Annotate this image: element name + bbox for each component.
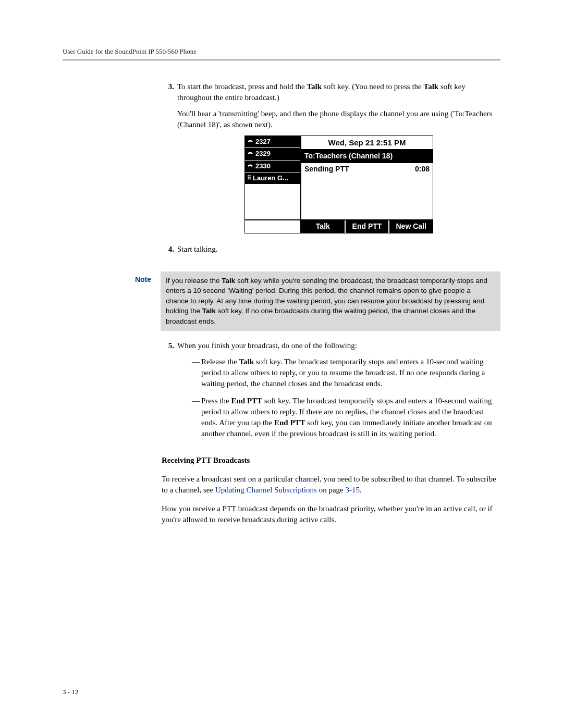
softkey-end-ptt: End PTT: [346, 220, 390, 233]
text: soft key. (You need to press the: [322, 82, 423, 91]
step-body: Start talking.: [177, 244, 500, 260]
softkey-bar: Talk End PTT New Call: [245, 219, 433, 233]
text: .: [360, 486, 362, 494]
paragraph: To receive a broadcast sent on a particu…: [162, 474, 500, 496]
text: on page: [317, 486, 346, 494]
line-key: ⠿ Lauren G...: [245, 172, 300, 184]
phone-to-line: To:Teachers (Channel 18): [301, 150, 433, 163]
phone-screenshot: 2327 2329 2330 ⠿: [244, 135, 433, 233]
sending-label: Sending PTT: [304, 164, 349, 175]
step-number: 3.: [162, 81, 174, 239]
softkey-talk: Talk: [301, 220, 346, 233]
step-body: When you finish your broadcast, do one o…: [177, 340, 500, 446]
note-block: Note If you release the Talk soft key wh…: [63, 272, 500, 331]
note-label: Note: [63, 272, 151, 331]
running-header: User Guide for the SoundPoint IP 550/560…: [63, 47, 500, 56]
step-4: 4. Start talking.: [162, 244, 500, 260]
line-label: 2330: [255, 162, 271, 171]
end-ptt-keyword: End PTT: [231, 397, 263, 405]
step-body: To start the broadcast, press and hold t…: [177, 81, 500, 239]
phone-icon: [247, 164, 253, 169]
text: Start talking.: [177, 244, 500, 255]
text: To start the broadcast, press and hold t…: [177, 82, 307, 91]
line-key: 2330: [245, 161, 300, 172]
line-label: 2329: [255, 149, 271, 158]
phone-datetime: Wed, Sep 21 2:51 PM: [301, 136, 433, 150]
text: Press the: [201, 397, 231, 405]
softkey-new-call: New Call: [389, 220, 433, 233]
grid-icon: ⠿: [247, 174, 251, 182]
phone-status-line: Sending PTT 0:08: [301, 163, 433, 176]
talk-keyword: Talk: [307, 82, 322, 91]
talk-keyword: Talk: [239, 357, 254, 366]
note-body: If you release the Talk soft key while y…: [161, 272, 500, 331]
talk-keyword: Talk: [222, 277, 235, 285]
step-5: 5. When you finish your broadcast, do on…: [162, 340, 500, 446]
timer: 0:08: [415, 164, 430, 175]
dash-item: — Release the Talk soft key. The broadca…: [192, 356, 500, 389]
text: Release the: [201, 357, 239, 366]
dash-list: — Release the Talk soft key. The broadca…: [192, 356, 500, 439]
text: When you finish your broadcast, do one o…: [177, 340, 500, 351]
talk-keyword: Talk: [424, 82, 439, 91]
subheading-receiving-ptt: Receiving PTT Broadcasts: [162, 455, 500, 466]
paragraph: How you receive a PTT broadcast depends …: [162, 503, 500, 525]
line-label: 2327: [255, 137, 271, 146]
phone-icon: [247, 139, 253, 144]
step-number: 4.: [162, 244, 174, 260]
dash-item: — Press the End PTT soft key. The broadc…: [192, 396, 500, 439]
header-rule: [63, 59, 500, 60]
phone-main: Wed, Sep 21 2:51 PM To:Teachers (Channel…: [300, 136, 433, 219]
end-ptt-keyword: End PTT: [274, 418, 305, 427]
dash-bullet: —: [192, 356, 201, 389]
line-label: Lauren G...: [253, 174, 288, 183]
line-key: 2329: [245, 148, 300, 160]
line-key: 2327: [245, 136, 300, 148]
page-number: 3 - 12: [63, 687, 78, 697]
page-reference-link[interactable]: 3-15: [345, 486, 360, 494]
step-number: 5.: [162, 340, 174, 446]
page: User Guide for the SoundPoint IP 550/560…: [0, 0, 563, 728]
content-block: 5. When you finish your broadcast, do on…: [162, 340, 500, 525]
text: If you release the: [166, 277, 222, 285]
phone-icon: [247, 151, 253, 156]
content-block: 3. To start the broadcast, press and hol…: [162, 81, 500, 260]
talk-keyword: Talk: [202, 307, 216, 315]
dash-bullet: —: [192, 396, 201, 439]
phone-line-keys: 2327 2329 2330 ⠿: [245, 136, 300, 219]
step-3: 3. To start the broadcast, press and hol…: [162, 81, 500, 239]
text: You'll hear a 'transmitting' beep, and t…: [177, 108, 500, 130]
cross-reference-link[interactable]: Updating Channel Subscriptions: [215, 486, 317, 494]
